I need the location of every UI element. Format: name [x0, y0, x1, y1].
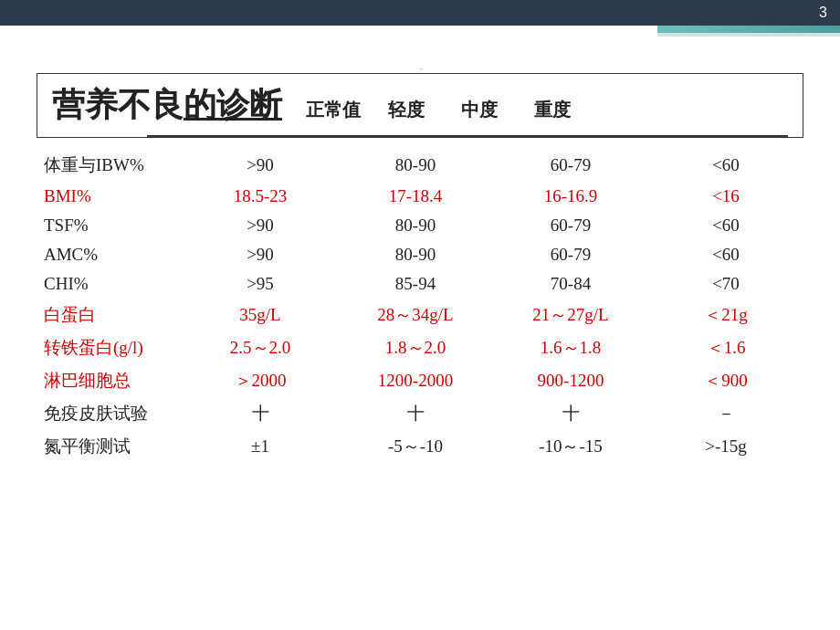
row-label: 淋巴细胞总: [37, 364, 183, 397]
row-cell: 28～34g/L: [338, 299, 493, 331]
row-cell: 1.8～2.0: [338, 331, 493, 364]
row-cell: ＜1.6: [648, 331, 803, 364]
row-label: BMI%: [37, 182, 183, 211]
title-box: 营养不良的诊断 正常值 轻度 中度 重度: [37, 73, 803, 138]
row-cell: 17-18.4: [338, 182, 493, 211]
row-cell: 2.5～2.0: [183, 331, 338, 364]
title-underlined: 的诊断: [184, 83, 282, 128]
row-cell: <70: [648, 269, 803, 299]
row-cell: 十: [338, 397, 493, 430]
table-row: AMC%>9080-9060-79<60: [37, 240, 803, 269]
table-row: TSF%>9080-9060-79<60: [37, 211, 803, 240]
row-cell: 16-16.9: [493, 182, 648, 211]
title-headers: 正常值 轻度 中度 重度: [297, 98, 589, 122]
table-row: 氮平衡测试±1-5～-10-10～-15>-15g: [37, 430, 803, 463]
row-cell: ±1: [183, 430, 338, 463]
row-cell: －: [648, 397, 803, 430]
row-cell: >-15g: [648, 430, 803, 463]
row-label: 转铁蛋白(g/l): [37, 331, 183, 364]
row-cell: 60-79: [493, 211, 648, 240]
row-cell: 80-90: [338, 149, 493, 182]
row-cell: 900-1200: [493, 364, 648, 397]
row-cell: 60-79: [493, 149, 648, 182]
row-label: 白蛋白: [37, 299, 183, 331]
row-cell: ＜900: [648, 364, 803, 397]
title-prefix: 营养不良: [52, 83, 184, 128]
row-label: 体重与IBW%: [37, 149, 183, 182]
row-cell: -10～-15: [493, 430, 648, 463]
row-cell: 80-90: [338, 240, 493, 269]
header-severe: 重度: [516, 98, 589, 122]
accent-stripe: [657, 26, 840, 33]
row-cell: 85-94: [338, 269, 493, 299]
slide: 3 · 营养不良的诊断 正常值 轻度 中度 重度 体重与IBW%>9080-90…: [0, 0, 840, 630]
table-row: 免疫皮肤试验十十十－: [37, 397, 803, 430]
main-content: 营养不良的诊断 正常值 轻度 中度 重度 体重与IBW%>9080-9060-7…: [37, 73, 803, 593]
row-cell: 70-84: [493, 269, 648, 299]
title-row: 营养不良的诊断 正常值 轻度 中度 重度: [52, 83, 788, 128]
row-cell: <60: [648, 149, 803, 182]
row-cell: >90: [183, 240, 338, 269]
row-cell: >90: [183, 211, 338, 240]
row-cell: 1.6～1.8: [493, 331, 648, 364]
row-label: 氮平衡测试: [37, 430, 183, 463]
table-row: 淋巴细胞总＞20001200-2000900-1200＜900: [37, 364, 803, 397]
header-divider: [147, 135, 788, 137]
row-label: AMC%: [37, 240, 183, 269]
row-cell: 十: [183, 397, 338, 430]
header-normal: 正常值: [297, 98, 370, 122]
row-cell: 21～27g/L: [493, 299, 648, 331]
row-cell: >90: [183, 149, 338, 182]
table-row: 转铁蛋白(g/l)2.5～2.01.8～2.01.6～1.8＜1.6: [37, 331, 803, 364]
row-label: TSF%: [37, 211, 183, 240]
row-cell: 1200-2000: [338, 364, 493, 397]
top-bar: 3: [0, 0, 840, 26]
slide-number: 3: [819, 5, 827, 21]
row-cell: <16: [648, 182, 803, 211]
row-cell: 十: [493, 397, 648, 430]
accent-stripe2: [657, 33, 840, 37]
header-mild: 轻度: [370, 98, 443, 122]
row-cell: 35g/L: [183, 299, 338, 331]
data-table: 体重与IBW%>9080-9060-79<60BMI%18.5-2317-18.…: [37, 149, 803, 463]
row-cell: 80-90: [338, 211, 493, 240]
table-row: CHI%>9585-9470-84<70: [37, 269, 803, 299]
table-row: 白蛋白35g/L28～34g/L21～27g/L＜21g: [37, 299, 803, 331]
header-moderate: 中度: [443, 98, 516, 122]
row-cell: ＜21g: [648, 299, 803, 331]
row-cell: ＞2000: [183, 364, 338, 397]
row-cell: -5～-10: [338, 430, 493, 463]
table-row: 体重与IBW%>9080-9060-79<60: [37, 149, 803, 182]
row-cell: 60-79: [493, 240, 648, 269]
row-cell: <60: [648, 240, 803, 269]
row-label: 免疫皮肤试验: [37, 397, 183, 430]
row-cell: >95: [183, 269, 338, 299]
row-cell: <60: [648, 211, 803, 240]
table-row: BMI%18.5-2317-18.416-16.9<16: [37, 182, 803, 211]
row-label: CHI%: [37, 269, 183, 299]
row-cell: 18.5-23: [183, 182, 338, 211]
